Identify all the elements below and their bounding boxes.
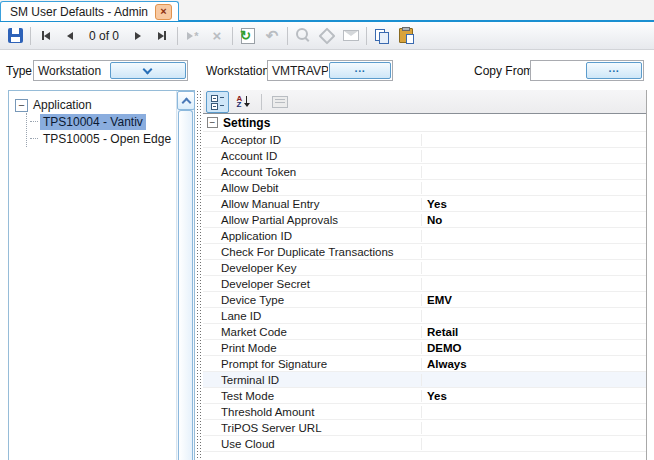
- property-row[interactable]: TriPOS Server URL: [203, 420, 646, 436]
- property-name[interactable]: Allow Manual Entry: [203, 198, 422, 210]
- property-row[interactable]: Developer Key: [203, 260, 646, 276]
- property-value[interactable]: Retail: [422, 326, 646, 338]
- property-row[interactable]: Check For Duplicate Transactions: [203, 244, 646, 260]
- undo-button[interactable]: ↶: [260, 25, 284, 47]
- property-name[interactable]: Device Type: [203, 294, 422, 306]
- property-name[interactable]: Test Mode: [203, 390, 422, 402]
- property-name[interactable]: Developer Key: [203, 262, 422, 274]
- toolbar-separator: [287, 27, 288, 45]
- tree-item[interactable]: TPS10005 - Open Edge: [30, 130, 177, 147]
- property-value[interactable]: Yes: [422, 390, 646, 402]
- previous-record-icon: [67, 32, 73, 40]
- sm-user-defaults-window: SM User Defaults - Admin × 0 of 0 * × ↻ …: [0, 0, 654, 460]
- property-name[interactable]: Lane ID: [203, 310, 422, 322]
- property-name[interactable]: Application ID: [203, 230, 422, 242]
- collapse-icon[interactable]: −: [15, 99, 28, 112]
- tree-scrollbar[interactable]: [176, 91, 194, 460]
- property-value[interactable]: No: [422, 214, 646, 226]
- property-row[interactable]: Allow Partial ApprovalsNo: [203, 212, 646, 228]
- property-name[interactable]: Allow Partial Approvals: [203, 214, 422, 226]
- property-name[interactable]: Account Token: [203, 166, 422, 178]
- property-name[interactable]: Check For Duplicate Transactions: [203, 246, 422, 258]
- print-preview-icon: [296, 28, 308, 40]
- property-row[interactable]: Terminal ID: [203, 372, 646, 388]
- property-name[interactable]: Acceptor ID: [203, 134, 422, 146]
- property-pages-button[interactable]: [268, 91, 291, 113]
- new-record-button[interactable]: *: [181, 25, 205, 47]
- tab-close-button[interactable]: ×: [155, 4, 172, 20]
- save-icon: [8, 28, 23, 43]
- type-label: Type: [6, 64, 32, 78]
- property-row[interactable]: Account Token: [203, 164, 646, 180]
- property-grid: − Settings Acceptor IDAccount IDAccount …: [203, 113, 646, 452]
- property-name[interactable]: Market Code: [203, 326, 422, 338]
- property-row[interactable]: Developer Secret: [203, 276, 646, 292]
- property-name[interactable]: Account ID: [203, 150, 422, 162]
- scroll-up-button[interactable]: [177, 91, 195, 110]
- property-value[interactable]: EMV: [422, 294, 646, 306]
- alphabetical-sort-button[interactable]: AZ: [232, 91, 255, 113]
- tree-root-node[interactable]: − Application: [15, 97, 177, 113]
- splitter-handle[interactable]: [196, 90, 201, 460]
- tree-item[interactable]: TPS10004 - Vantiv: [30, 113, 177, 130]
- refresh-button[interactable]: ↻: [236, 25, 260, 47]
- property-row[interactable]: Account ID: [203, 148, 646, 164]
- property-name[interactable]: Print Mode: [203, 342, 422, 354]
- collapse-icon[interactable]: −: [207, 117, 218, 128]
- settings-category-row[interactable]: − Settings: [203, 114, 646, 132]
- property-row[interactable]: Lane ID: [203, 308, 646, 324]
- first-record-button[interactable]: [34, 25, 58, 47]
- workstation-label: Workstation: [206, 64, 269, 78]
- tree-item-label: TPS10005 - Open Edge: [40, 131, 174, 147]
- property-value[interactable]: Always: [422, 358, 646, 370]
- copy-from-browse-button[interactable]: ···: [586, 62, 642, 79]
- next-record-button[interactable]: [126, 25, 150, 47]
- delete-record-button[interactable]: ×: [205, 25, 229, 47]
- property-name[interactable]: Use Cloud: [203, 438, 422, 450]
- property-name[interactable]: Allow Debit: [203, 182, 422, 194]
- save-button[interactable]: [3, 25, 27, 47]
- property-row[interactable]: Test ModeYes: [203, 388, 646, 404]
- property-value[interactable]: Yes: [422, 198, 646, 210]
- last-record-button[interactable]: [150, 25, 174, 47]
- help-button[interactable]: [315, 25, 339, 47]
- category-label: Settings: [223, 116, 270, 130]
- type-combobox[interactable]: Workstation: [33, 60, 188, 81]
- copy-icon: [375, 29, 389, 43]
- categorized-view-button[interactable]: [206, 91, 229, 113]
- property-row[interactable]: Use Cloud: [203, 436, 646, 452]
- workstation-field[interactable]: VMTRAVPreview ···: [267, 60, 393, 81]
- property-row[interactable]: Market CodeRetail: [203, 324, 646, 340]
- property-row[interactable]: Allow Debit: [203, 180, 646, 196]
- print-preview-button[interactable]: [291, 25, 315, 47]
- toolbar-separator: [177, 27, 178, 45]
- property-row[interactable]: Allow Manual EntryYes: [203, 196, 646, 212]
- property-row[interactable]: Threshold Amount: [203, 404, 646, 420]
- tab-sm-user-defaults[interactable]: SM User Defaults - Admin ×: [0, 1, 179, 21]
- property-row[interactable]: Device TypeEMV: [203, 292, 646, 308]
- property-row[interactable]: Prompt for SignatureAlways: [203, 356, 646, 372]
- property-row[interactable]: Application ID: [203, 228, 646, 244]
- arrow-down-icon: [243, 96, 250, 108]
- copy-from-field[interactable]: ···: [530, 60, 644, 81]
- property-row[interactable]: Print ModeDEMO: [203, 340, 646, 356]
- main-toolbar: 0 of 0 * × ↻ ↶: [0, 22, 654, 50]
- scrollbar-thumb[interactable]: [178, 110, 193, 460]
- property-name[interactable]: Terminal ID: [203, 374, 422, 386]
- next-record-icon: [135, 32, 141, 40]
- property-name[interactable]: Prompt for Signature: [203, 358, 422, 370]
- copy-button[interactable]: [370, 25, 394, 47]
- property-row[interactable]: Acceptor ID: [203, 132, 646, 148]
- previous-record-button[interactable]: [58, 25, 82, 47]
- email-icon: [343, 30, 359, 41]
- type-dropdown-button[interactable]: [110, 62, 187, 79]
- paste-button[interactable]: [394, 25, 418, 47]
- paste-icon: [399, 28, 413, 43]
- property-name[interactable]: Threshold Amount: [203, 406, 422, 418]
- chevron-down-icon: [143, 64, 153, 74]
- property-name[interactable]: TriPOS Server URL: [203, 422, 422, 434]
- property-name[interactable]: Developer Secret: [203, 278, 422, 290]
- property-value[interactable]: DEMO: [422, 342, 646, 354]
- workstation-browse-button[interactable]: ···: [329, 62, 391, 79]
- email-button[interactable]: [339, 25, 363, 47]
